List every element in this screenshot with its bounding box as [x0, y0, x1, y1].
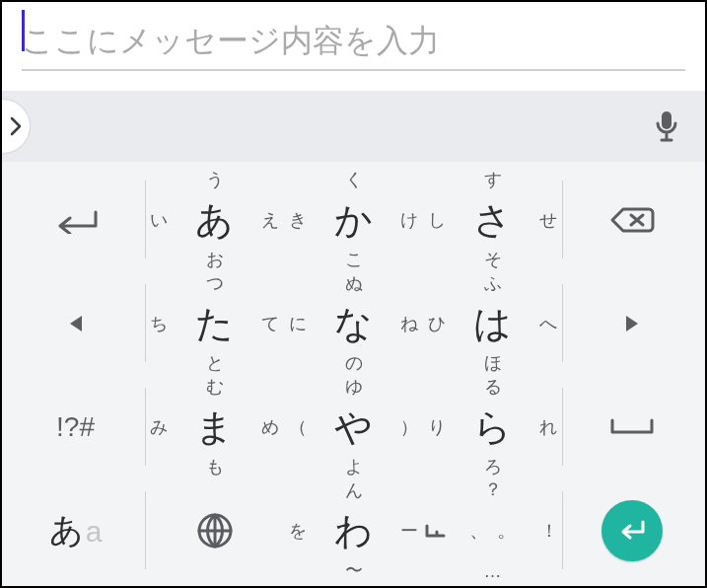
backspace-icon: [609, 205, 655, 235]
key-row-2: つ ち た て と ぬ に な ね の ふ ひ: [6, 271, 701, 375]
globe-key[interactable]: [145, 478, 284, 582]
reverse-arrow-icon: [50, 206, 102, 234]
key-ya[interactable]: ゆ （ や ） よ: [284, 375, 423, 478]
space-icon: [608, 416, 656, 438]
key-ta[interactable]: つ ち た て と: [145, 271, 284, 375]
sokuon-icon: [425, 524, 447, 538]
cursor-right-key[interactable]: [562, 271, 701, 375]
enter-icon: [615, 518, 649, 544]
cursor-left-key[interactable]: [6, 271, 145, 375]
key-ma[interactable]: む み ま め も: [145, 375, 284, 478]
keyboard: う い あ え お く き か け こ す し: [2, 162, 705, 586]
key-ka[interactable]: く き か け こ: [284, 168, 423, 271]
key-na[interactable]: ぬ に な ね の: [284, 271, 423, 375]
mode-main-label: あ: [49, 508, 84, 553]
text-cursor: [22, 10, 25, 51]
key-ra[interactable]: る り ら れ ろ: [423, 375, 562, 478]
message-input-area: [2, 2, 705, 71]
suggestion-bar: [2, 91, 705, 162]
input-mode-key[interactable]: あ a: [6, 478, 145, 582]
hint-bottom: お: [206, 248, 224, 271]
enter-key[interactable]: [562, 478, 701, 582]
hint-right: え: [261, 208, 279, 232]
voice-input-button[interactable]: [654, 110, 679, 143]
key-wa[interactable]: ん を わ ー 〜: [284, 478, 423, 582]
symbols-label: !?#: [56, 411, 95, 443]
hint-top: う: [206, 168, 224, 191]
triangle-right-icon: [622, 312, 642, 335]
expand-suggestions-button[interactable]: [2, 100, 30, 153]
svg-rect-0: [662, 111, 672, 129]
triangle-left-icon: [66, 312, 86, 335]
key-row-1: う い あ え お く き か け こ す し: [6, 168, 701, 271]
key-a[interactable]: う い あ え お: [145, 168, 284, 271]
chevron-right-icon: [8, 114, 24, 138]
mode-alt-label: a: [86, 515, 103, 549]
space-key[interactable]: [562, 375, 701, 478]
key-ha[interactable]: ふ ひ は へ ほ: [423, 271, 562, 375]
key-row-3: !?# む み ま め も ゆ （ や ） よ: [6, 375, 701, 478]
microphone-icon: [654, 110, 679, 143]
punctuation-key[interactable]: ？ 、 。 ！ …: [423, 478, 562, 582]
backspace-key[interactable]: [562, 168, 701, 271]
key-sa[interactable]: す し さ せ そ: [423, 168, 562, 271]
hint-left: い: [150, 208, 168, 232]
message-input[interactable]: [22, 12, 685, 71]
key-label: あ: [195, 201, 234, 239]
globe-icon: [195, 511, 235, 551]
symbols-key[interactable]: !?#: [6, 375, 145, 478]
key-row-4: あ a ん を わ ー 〜: [6, 478, 701, 582]
app-frame: う い あ え お く き か け こ す し: [0, 0, 707, 588]
reverse-key[interactable]: [6, 168, 145, 271]
